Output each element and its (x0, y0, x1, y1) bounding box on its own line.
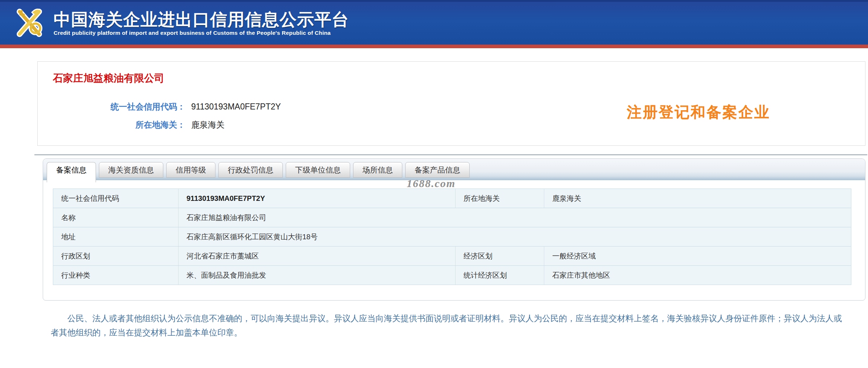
company-summary-panel: 石家庄旭益粮油有限公司 统一社会信用代码： 91130193MA0FE7PT2Y… (37, 61, 865, 146)
header-red-accent-bar (0, 45, 868, 48)
tab-strip: 备案信息 海关资质信息 信用等级 行政处罚信息 下级单位信息 场所信息 备案产品… (43, 159, 865, 180)
credit-code-label: 统一社会信用代码： (38, 98, 185, 116)
row-value: 鹿泉海关 (544, 189, 852, 208)
tab-subordinate-units[interactable]: 下级单位信息 (286, 162, 350, 178)
tab-recorded-products[interactable]: 备案产品信息 (405, 162, 470, 178)
row-label: 统计经济区划 (455, 266, 544, 285)
record-info-content: 统一社会信用代码 91130193MA0FE7PT2Y 所在地海关 鹿泉海关 名… (43, 180, 865, 300)
site-title: 中国海关企业进出口信用信息公示平台 (54, 10, 349, 29)
customs-label: 所在地海关： (38, 116, 185, 134)
row-label: 行业种类 (53, 266, 178, 285)
customs-value: 鹿泉海关 (191, 116, 225, 134)
table-row: 地址 石家庄高新区循环化工园区黄山大街18号 (53, 227, 851, 247)
row-label: 统一社会信用代码 (53, 189, 178, 208)
tab-credit-rating[interactable]: 信用等级 (166, 162, 215, 178)
row-value: 91130193MA0FE7PT2Y (178, 189, 455, 208)
row-value: 石家庄市其他地区 (544, 266, 852, 285)
tab-premises-info[interactable]: 场所信息 (353, 162, 402, 178)
table-row: 行业种类 米、面制品及食用油批发 统计经济区划 石家庄市其他地区 (53, 266, 851, 285)
detail-tabs-module: 备案信息 海关资质信息 信用等级 行政处罚信息 下级单位信息 场所信息 备案产品… (43, 158, 865, 301)
site-header: 中国海关企业进出口信用信息公示平台 Credit publicity platf… (0, 0, 868, 45)
row-value: 河北省石家庄市藁城区 (178, 247, 455, 265)
row-value: 石家庄旭益粮油有限公司 (178, 208, 852, 227)
tab-customs-qualification[interactable]: 海关资质信息 (99, 162, 163, 178)
row-label: 行政区划 (53, 247, 178, 265)
row-label: 地址 (53, 227, 178, 246)
tab-administrative-penalty[interactable]: 行政处罚信息 (218, 162, 283, 178)
section-divider (34, 154, 867, 155)
customs-emblem-icon (11, 5, 47, 41)
objection-notice-text: 公民、法人或者其他组织认为公示信息不准确的，可以向海关提出异议。异议人应当向海关… (51, 311, 846, 340)
table-row: 名称 石家庄旭益粮油有限公司 (53, 208, 851, 227)
table-row: 行政区划 河北省石家庄市藁城区 经济区划 一般经济区域 (53, 247, 851, 266)
row-label: 所在地海关 (455, 189, 544, 208)
row-value: 米、面制品及食用油批发 (178, 266, 455, 285)
company-name: 石家庄旭益粮油有限公司 (53, 71, 865, 85)
row-label: 经济区划 (455, 247, 544, 265)
record-info-table: 统一社会信用代码 91130193MA0FE7PT2Y 所在地海关 鹿泉海关 名… (53, 189, 851, 285)
tab-record-info[interactable]: 备案信息 (47, 162, 96, 182)
credit-code-value: 91130193MA0FE7PT2Y (191, 98, 281, 116)
site-subtitle: Credit publicity platform of import and … (54, 30, 349, 36)
row-label: 名称 (53, 208, 178, 227)
registration-status-badge: 注册登记和备案企业 (627, 102, 770, 122)
row-value: 一般经济区域 (544, 247, 852, 265)
table-row: 统一社会信用代码 91130193MA0FE7PT2Y 所在地海关 鹿泉海关 (53, 189, 851, 208)
row-value: 石家庄高新区循环化工园区黄山大街18号 (178, 227, 852, 246)
